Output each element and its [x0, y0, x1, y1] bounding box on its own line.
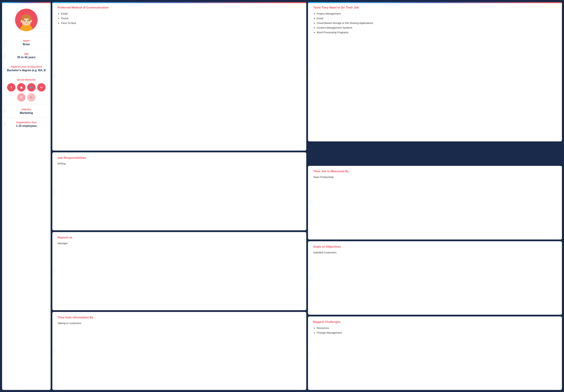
avatar-section: [4, 6, 49, 36]
svg-point-8: [21, 20, 22, 22]
challenges-list: Resources Change Management: [313, 326, 558, 335]
instagram-icon[interactable]: ◉: [17, 83, 26, 92]
corner-mark: ⌐: [46, 72, 47, 74]
corner-mark: ⌐: [46, 59, 47, 61]
reports-to-value: Manager: [57, 242, 302, 245]
card-dots: [310, 276, 310, 280]
card-corner: ⌐: [303, 386, 305, 389]
education-label: Highest Level of Education: [6, 65, 47, 68]
list-item: Cloud-Based Storage & File Sharing Appli…: [317, 21, 558, 25]
dots-decoration: [4, 41, 5, 45]
list-item: Email: [61, 12, 302, 15]
communication-title: Preferred Method of Communication: [57, 6, 302, 9]
svg-point-9: [30, 20, 32, 22]
card-dots: [310, 69, 310, 74]
content-area: Preferred Method of Communication Email …: [52, 2, 562, 390]
twitter-icon[interactable]: 🐦: [27, 83, 36, 92]
corner-mark: ⌐: [46, 101, 47, 104]
age-value: 35 to 44 years: [6, 56, 47, 59]
tools-list: Project Management Email Cloud-Based Sto…: [313, 12, 558, 34]
age-section: Age 35 to 44 years ⌐: [4, 49, 49, 62]
goals-card: Goals or Objectives Satisifed Customers …: [308, 241, 562, 315]
dots-decoration: [4, 67, 5, 71]
industry-label: Industry: [6, 108, 47, 111]
industry-value: Marketing: [6, 112, 47, 114]
svg-point-6: [24, 20, 25, 21]
facebook-icon[interactable]: f: [7, 83, 15, 92]
sidebar: Name Brian ⌐ Age 35 to 44 years ⌐ Highes…: [2, 2, 51, 390]
list-item: Content Management Systems: [317, 26, 558, 29]
name-label: Name: [6, 39, 47, 42]
card-dots: [54, 189, 55, 194]
communication-list: Email Phone Face-To-face: [57, 12, 302, 25]
list-item: Email: [317, 16, 558, 20]
pinterest-icon[interactable]: P: [17, 93, 26, 101]
card-dots: [310, 200, 310, 205]
education-value: Bachelor's degree (e.g. BA, B: [6, 69, 47, 72]
card-corner: ⌐: [559, 236, 560, 238]
gain-info-value: Talking to customers: [57, 322, 302, 325]
name-value: Brian: [6, 43, 47, 46]
left-content-col: Preferred Method of Communication Email …: [52, 2, 306, 390]
tools-title: Tools They Need to Do Their Job: [313, 6, 558, 9]
gain-info-title: They Gain Information By: [57, 316, 302, 319]
communication-card: Preferred Method of Communication Email …: [52, 2, 306, 151]
card-dots: [54, 74, 55, 79]
corner-mark: ⌐: [46, 114, 47, 117]
list-item: Word Processing Programs: [317, 30, 558, 34]
right-content-col: Tools They Need to Do Their Job Project …: [308, 2, 562, 390]
avatar: [15, 9, 38, 31]
list-item: Change Management: [317, 331, 558, 335]
corner-mark: ⌐: [46, 127, 47, 130]
industry-section: Industry Marketing ⌐: [4, 105, 49, 118]
linkedin-icon[interactable]: in: [37, 83, 46, 92]
dots-decoration: [4, 54, 5, 58]
job-responsibilities-title: Job Responsibilities: [57, 156, 302, 160]
job-measured-value: Team Productivity: [313, 176, 558, 179]
card-corner: ⌐: [303, 226, 305, 229]
name-section: Name Brian ⌐: [4, 36, 49, 49]
corner-mark: ⌐: [46, 46, 47, 48]
education-section: Highest Level of Education Bachelor's de…: [4, 62, 49, 75]
challenges-title: Biggest Challenges: [313, 320, 558, 324]
reports-to-title: Reports to: [57, 236, 302, 239]
card-corner: ⌐: [303, 147, 305, 150]
gplus-icon[interactable]: G+: [27, 93, 36, 101]
card-corner: ⌐: [559, 311, 560, 314]
social-section: Social Networks f ◉ 🐦 in P G+ ⌐: [4, 75, 49, 105]
reports-to-card: Reports to Manager ⌐: [52, 232, 306, 310]
list-item: Resources: [317, 326, 558, 330]
card-dots: [54, 269, 55, 273]
job-measured-card: Their Job Is Measured By Team Productivi…: [308, 166, 562, 239]
list-item: Face-To-face: [61, 21, 302, 25]
dots-decoration: [4, 88, 5, 92]
card-dots: [54, 349, 55, 353]
social-label: Social Networks: [6, 78, 47, 81]
dots-decoration: [4, 122, 5, 126]
org-section: Organization Size 1-10 employees ⌐: [4, 118, 49, 131]
card-corner: ⌐: [559, 386, 560, 389]
card-dots: [310, 351, 310, 356]
job-responsibilities-value: Writing: [57, 162, 302, 165]
list-item: Project Management: [317, 12, 558, 15]
dots-decoration: [4, 109, 5, 113]
card-corner: ⌐: [303, 306, 305, 309]
challenges-card: Biggest Challenges Resources Change Mana…: [308, 316, 562, 390]
job-responsibilities-card: Job Responsibilities Writing ⌐: [52, 152, 306, 230]
svg-point-7: [27, 20, 28, 21]
org-value: 1-10 employees: [6, 125, 47, 127]
card-corner: ⌐: [559, 138, 560, 140]
tools-card: Tools They Need to Do Their Job Project …: [308, 2, 562, 141]
social-icons-grid: f ◉ 🐦 in P G+: [6, 83, 47, 101]
age-label: Age: [6, 52, 47, 55]
goals-title: Goals or Objectives: [313, 245, 558, 249]
list-item: Phone: [61, 16, 302, 20]
goals-value: Satisifed Customers: [313, 251, 558, 254]
gain-info-card: They Gain Information By Talking to cust…: [52, 312, 306, 390]
job-measured-title: Their Job Is Measured By: [313, 170, 558, 173]
org-label: Organization Size: [6, 121, 47, 124]
